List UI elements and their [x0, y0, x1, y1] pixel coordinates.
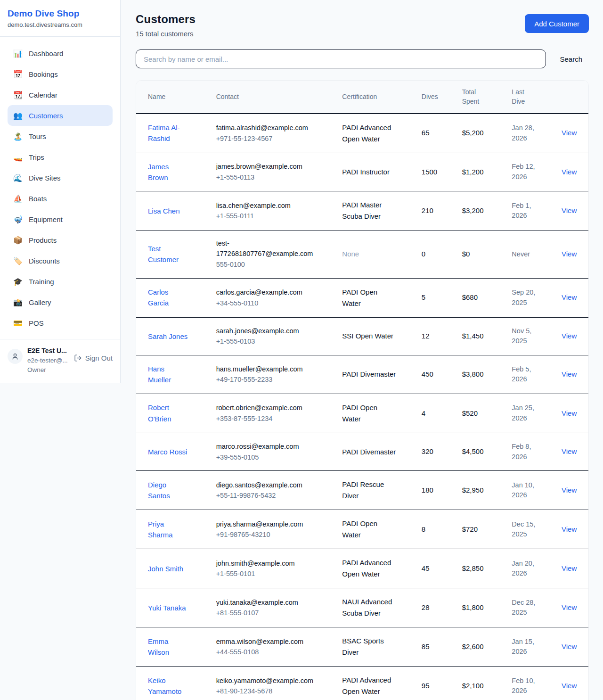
total-spent-cell: $2,100 — [456, 667, 506, 700]
customer-name-link[interactable]: Fatima Al-Rashid — [148, 122, 189, 144]
sidebar-item-gallery[interactable]: 📸 Gallery — [8, 292, 113, 313]
sidebar-item-trips[interactable]: 🚤 Trips — [8, 147, 113, 167]
table-row: Sarah Jones sarah.jones@example.com +1-5… — [136, 317, 588, 355]
search-input[interactable] — [136, 49, 546, 68]
dives-cell: 65 — [416, 114, 456, 153]
customer-name-link[interactable]: Robert O'Brien — [148, 402, 189, 424]
certification-cell: PADI Divemaster — [336, 355, 416, 394]
customer-name-link[interactable]: Emma Wilson — [148, 636, 189, 658]
view-customer-link[interactable]: View — [562, 642, 577, 651]
user-role: Owner — [27, 366, 68, 374]
app-root: Demo Dive Shop demo.test.divestreams.com… — [0, 0, 603, 700]
customer-email: yuki.tanaka@example.com — [216, 598, 298, 608]
sidebar-item-discounts[interactable]: 🏷️ Discounts — [8, 250, 113, 271]
sidebar-item-pos[interactable]: 💳 POS — [8, 313, 113, 333]
customer-name-link[interactable]: James Brown — [148, 161, 189, 183]
customer-email: robert.obrien@example.com — [216, 403, 302, 413]
dives-cell: 28 — [416, 588, 456, 627]
certification-cell: PADI Divemaster — [336, 433, 416, 471]
customer-name-link[interactable]: Priya Sharma — [148, 519, 189, 541]
dives-cell: 85 — [416, 627, 456, 667]
sidebar-item-tours[interactable]: 🏝️ Tours — [8, 126, 113, 147]
last-dive-cell: Dec 28, 2025 — [506, 588, 556, 627]
contact-cell: yuki.tanaka@example.com +81-555-0107 — [211, 588, 337, 627]
view-customer-link[interactable]: View — [562, 206, 577, 214]
view-customer-link[interactable]: View — [562, 603, 577, 611]
last-dive-cell: Feb 5, 2026 — [506, 355, 556, 394]
sign-out-button[interactable]: Sign Out — [74, 354, 113, 362]
customer-name-link[interactable]: Carlos Garcia — [148, 287, 189, 309]
view-customer-link[interactable]: View — [562, 682, 577, 690]
customer-email: hans.mueller@example.com — [216, 364, 303, 375]
last-dive-cell: Jan 10, 2026 — [506, 471, 556, 510]
sign-out-label: Sign Out — [85, 354, 113, 362]
customer-name-link[interactable]: Hans Mueller — [148, 363, 189, 386]
view-customer-link[interactable]: View — [562, 525, 577, 533]
customer-name-link[interactable]: Keiko Yamamoto — [148, 675, 189, 697]
view-customer-link[interactable]: View — [562, 486, 577, 494]
sidebar-item-bookings[interactable]: 📅 Bookings — [8, 64, 113, 84]
column-header: Last Dive — [506, 81, 556, 114]
customer-name-link[interactable]: Sarah Jones — [148, 331, 187, 342]
view-customer-link[interactable]: View — [562, 129, 577, 137]
nav-item-icon: 📦 — [13, 236, 23, 245]
last-dive-cell: Dec 15, 2025 — [506, 510, 556, 549]
nav-item-label: Dive Sites — [29, 174, 61, 182]
action-cell: View — [556, 231, 588, 278]
customer-email: keiko.yamamoto@example.com — [216, 676, 314, 686]
sidebar-item-calendar[interactable]: 📆 Calendar — [8, 84, 113, 105]
sidebar-item-dashboard[interactable]: 📊 Dashboard — [8, 43, 113, 64]
sidebar-item-dive-sites[interactable]: 🌊 Dive Sites — [8, 167, 113, 188]
customer-name-link[interactable]: Marco Rossi — [148, 446, 187, 457]
customer-name-link[interactable]: John Smith — [148, 563, 183, 574]
nav-item-label: Calendar — [29, 91, 57, 99]
view-customer-link[interactable]: View — [562, 447, 577, 455]
search-button[interactable]: Search — [560, 55, 582, 63]
table-row: Hans Mueller hans.mueller@example.com +4… — [136, 355, 588, 394]
column-header: Certification — [336, 81, 416, 114]
customer-email: emma.wilson@example.com — [216, 637, 304, 647]
last-dive-cell: Jan 20, 2026 — [506, 549, 556, 588]
contact-cell: sarah.jones@example.com +1-555-0103 — [211, 317, 337, 355]
nav-item-label: Boats — [29, 195, 47, 203]
action-cell: View — [556, 667, 588, 700]
view-customer-link[interactable]: View — [562, 168, 577, 176]
sidebar-item-boats[interactable]: ⛵ Boats — [8, 188, 113, 209]
nav-item-icon: ⛵ — [13, 194, 23, 203]
nav-item-label: POS — [29, 319, 44, 327]
customer-name-link[interactable]: Lisa Chen — [148, 206, 180, 216]
sidebar-item-training[interactable]: 🎓 Training — [8, 271, 113, 292]
view-customer-link[interactable]: View — [562, 564, 577, 572]
user-panel: E2E Test U... e2e-tester@... Owner Sign … — [0, 339, 120, 383]
table-row: Fatima Al-Rashid fatima.alrashid@example… — [136, 114, 588, 153]
view-customer-link[interactable]: View — [562, 293, 577, 301]
total-spent-cell: $2,850 — [456, 549, 506, 588]
certification-cell: PADI Advanced Open Water — [336, 114, 416, 153]
view-customer-link[interactable]: View — [562, 409, 577, 417]
sidebar-item-products[interactable]: 📦 Products — [8, 230, 113, 250]
action-cell: View — [556, 317, 588, 355]
last-dive-cell: Jan 25, 2026 — [506, 394, 556, 433]
action-cell: View — [556, 549, 588, 588]
customer-name-link[interactable]: Test Customer — [148, 243, 189, 265]
customer-name-link[interactable]: Diego Santos — [148, 479, 189, 502]
nav-item-icon: 🌊 — [13, 173, 23, 182]
name-cell: James Brown — [136, 153, 211, 191]
certification-cell: PADI Rescue Diver — [336, 471, 416, 510]
customer-name-link[interactable]: Yuki Tanaka — [148, 602, 186, 613]
view-customer-link[interactable]: View — [562, 332, 577, 340]
shop-name: Demo Dive Shop — [8, 8, 113, 19]
column-header: Name — [136, 81, 211, 114]
nav-item-label: Trips — [29, 153, 44, 161]
sidebar-item-equipment[interactable]: 🤿 Equipment — [8, 209, 113, 230]
action-cell: View — [556, 153, 588, 191]
certification-cell: None — [336, 231, 416, 278]
customer-count: 15 total customers — [136, 30, 196, 38]
certification-cell: BSAC Sports Diver — [336, 627, 416, 667]
view-customer-link[interactable]: View — [562, 370, 577, 378]
table-row: Marco Rossi marco.rossi@example.com +39-… — [136, 433, 588, 471]
view-customer-link[interactable]: View — [562, 250, 577, 258]
contact-cell: carlos.garcia@example.com +34-555-0110 — [211, 278, 337, 317]
sidebar-item-customers[interactable]: 👥 Customers — [8, 105, 113, 126]
add-customer-button[interactable]: Add Customer — [525, 14, 589, 33]
